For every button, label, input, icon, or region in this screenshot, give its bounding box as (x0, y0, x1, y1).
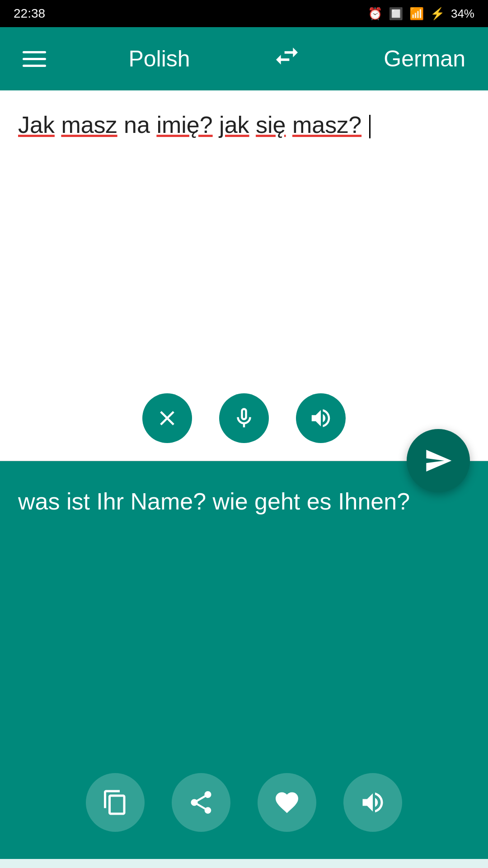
signal-icon: 📶 (409, 7, 424, 21)
speak-output-button[interactable] (343, 773, 402, 832)
input-text-area[interactable]: Jak masz na imię? jak się masz? (18, 108, 470, 380)
word-sie: się (256, 112, 286, 138)
target-language-button[interactable]: German (384, 46, 465, 72)
input-controls (18, 393, 470, 443)
header: Polish German (0, 27, 488, 90)
source-language-button[interactable]: Polish (128, 46, 190, 72)
word-masz1: masz (61, 112, 117, 138)
status-bar: 22:38 ⏰ 🔲 📶 ⚡ 34% (0, 0, 488, 27)
text-cursor (369, 115, 371, 138)
translate-button[interactable] (407, 429, 470, 492)
menu-button[interactable] (23, 51, 46, 67)
battery-level: 34% (451, 7, 474, 21)
share-button[interactable] (172, 773, 230, 832)
microphone-button[interactable] (219, 393, 269, 443)
clear-button[interactable] (142, 393, 192, 443)
input-section: Jak masz na imię? jak się masz? (0, 90, 488, 461)
favorite-button[interactable] (258, 773, 316, 832)
word-jak2: jak (219, 112, 249, 138)
status-time: 22:38 (14, 6, 45, 21)
word-jak1: Jak (18, 112, 55, 138)
alarm-icon: ⏰ (368, 7, 382, 21)
output-section: was ist Ihr Name? wie geht es Ihnen? (0, 461, 488, 859)
word-masz2: masz? (292, 112, 361, 138)
status-icons: ⏰ 🔲 📶 ⚡ 34% (368, 7, 474, 21)
word-imie: imię? (156, 112, 212, 138)
swap-languages-button[interactable] (272, 42, 301, 76)
output-controls (0, 773, 488, 832)
speak-input-button[interactable] (296, 393, 346, 443)
sim-icon: 🔲 (389, 7, 403, 21)
output-text-area: was ist Ihr Name? wie geht es Ihnen? (18, 484, 470, 755)
copy-button[interactable] (86, 773, 145, 832)
charging-icon: ⚡ (430, 7, 445, 21)
